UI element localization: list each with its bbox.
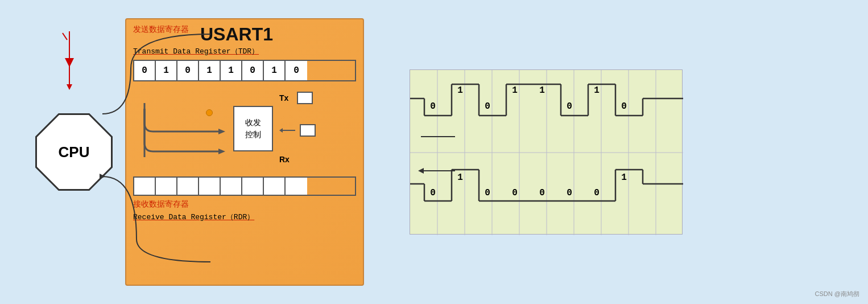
svg-text:0: 0	[621, 101, 627, 112]
svg-marker-14	[279, 128, 283, 133]
waveform-grid-svg: 0 1 0 1 1 0 1 0	[410, 70, 683, 235]
svg-text:1: 1	[457, 85, 463, 96]
rdr-bit-6	[264, 178, 286, 195]
bit-2: 0	[177, 61, 199, 80]
svg-marker-9	[218, 149, 225, 154]
waveform-container: 0 1 0 1 1 0 1 0	[410, 69, 683, 235]
cpu-octagon-border: CPU	[35, 113, 113, 191]
tdr-register: 0 1 0 1 1 0 1 0	[133, 60, 356, 81]
rdr-bit-2	[177, 178, 199, 195]
rdr-register	[133, 176, 356, 196]
svg-text:0: 0	[430, 101, 436, 112]
rdr-chinese-label: 接收数据寄存器	[126, 198, 363, 211]
cpu-shape: CPU	[37, 115, 111, 189]
cpu-label: CPU	[59, 143, 90, 161]
main-container: CPU 发送数据寄存器 USART1 Transmit Data Registe…	[0, 0, 868, 304]
rdr-bit-5	[242, 178, 264, 195]
control-block: 收发控制	[233, 106, 273, 151]
rx-arrow-row	[279, 124, 316, 137]
svg-text:0: 0	[539, 188, 545, 198]
svg-text:0: 0	[485, 188, 490, 198]
tx-rx-section: Tx Rx	[279, 92, 316, 165]
tx-box	[297, 92, 313, 104]
bit-5: 0	[242, 61, 264, 80]
tdr-chinese-title: 发送数据寄存器	[133, 24, 189, 35]
usart-title-row: 发送数据寄存器 USART1	[126, 19, 363, 45]
tdr-label: Transmit Data Register（TDR）	[126, 45, 363, 57]
svg-text:1: 1	[539, 85, 545, 96]
rx-label-row: Rx	[279, 155, 316, 165]
rdr-bit-3	[199, 178, 221, 195]
cpu-section: CPU	[17, 11, 131, 293]
bit-1: 1	[156, 61, 177, 80]
rdr-label: Receive Data Register（RDR）	[126, 211, 363, 223]
bit-4: 1	[221, 61, 242, 80]
usart-middle: 收发控制 Tx Rx	[126, 92, 363, 165]
svg-text:1: 1	[512, 85, 518, 96]
bit-0: 0	[134, 61, 156, 80]
bit-6: 1	[264, 61, 286, 80]
rdr-bit-4	[221, 178, 242, 195]
orange-dot	[206, 109, 213, 116]
rx-arrow-icon	[279, 126, 296, 135]
rx-box	[300, 124, 316, 137]
svg-text:0: 0	[567, 101, 572, 112]
rdr-bit-1	[156, 178, 177, 195]
svg-text:1: 1	[621, 172, 627, 183]
watermark: CSDN @南鸠彻	[815, 290, 859, 298]
svg-text:0: 0	[430, 188, 436, 198]
svg-text:0: 0	[485, 101, 490, 112]
bit-3: 1	[199, 61, 221, 80]
control-line1: 收发控制	[245, 117, 261, 141]
svg-text:0: 0	[512, 188, 518, 198]
waveform-section: 0 1 0 1 1 0 1 0	[410, 69, 683, 235]
usart-section: 发送数据寄存器 USART1 Transmit Data Register（TD…	[125, 18, 364, 286]
svg-text:1: 1	[457, 172, 463, 183]
rx-label: Rx	[279, 155, 290, 164]
bit-7: 0	[286, 61, 307, 80]
bent-arrows-svg	[133, 100, 230, 157]
svg-text:0: 0	[567, 188, 572, 198]
tx-label: Tx	[279, 93, 294, 102]
svg-text:1: 1	[594, 85, 600, 96]
usart-main-title: USART1	[200, 24, 273, 45]
rdr-bit-0	[134, 178, 156, 195]
svg-text:0: 0	[594, 188, 600, 198]
rdr-bit-7	[286, 178, 307, 195]
svg-marker-8	[218, 129, 225, 134]
tx-row: Tx	[279, 92, 316, 104]
